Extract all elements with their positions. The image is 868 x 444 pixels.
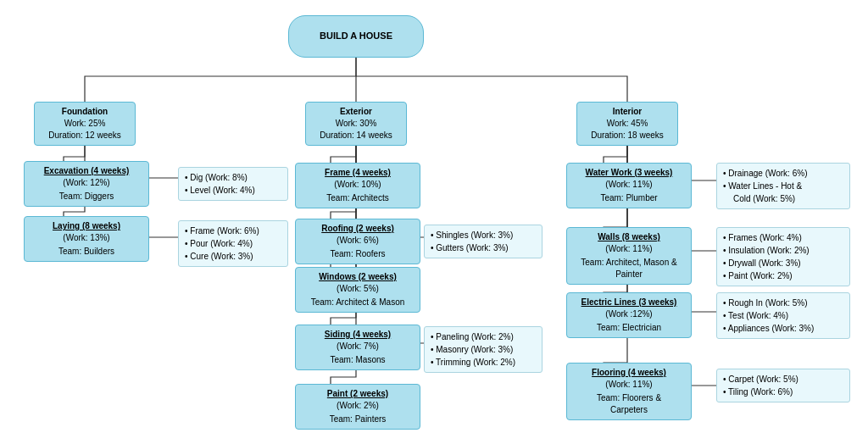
excavation-team: Team: Diggers bbox=[30, 191, 143, 203]
electric-detail: Rough In (Work: 5%) Test (Work: 4%) Appl… bbox=[716, 292, 850, 339]
roofing-node: Roofing (2 weeks) (Work: 6%) Team: Roofe… bbox=[295, 219, 420, 264]
frame-node: Frame (4 weeks) (Work: 10%) Team: Archit… bbox=[295, 163, 420, 208]
electric-title: Electric Lines (3 weeks) bbox=[572, 297, 686, 308]
flooring-title: Flooring (4 weeks) bbox=[572, 367, 686, 379]
roof-detail-2: Gutters (Work: 3%) bbox=[431, 241, 536, 254]
walls-team: Team: Architect, Mason & bbox=[572, 257, 686, 269]
flooring-detail: Carpet (Work: 5%) Tiling (Work: 6%) bbox=[716, 369, 850, 402]
waterwork-node: Water Work (3 weeks) (Work: 11%) Team: P… bbox=[566, 163, 692, 208]
laying-team: Team: Builders bbox=[30, 246, 143, 258]
wall-detail-4: Paint (Work: 2%) bbox=[723, 269, 843, 282]
water-detail-2b: Cold (Work: 5%) bbox=[723, 192, 843, 205]
sid-detail-3: Trimming (Work: 2%) bbox=[431, 356, 536, 369]
foundation-node: Foundation Work: 25% Duration: 12 weeks bbox=[34, 102, 136, 146]
root-label: BUILD A HOUSE bbox=[320, 30, 392, 42]
excavation-node: Excavation (4 weeks) (Work: 12%) Team: D… bbox=[24, 161, 149, 207]
electric-node: Electric Lines (3 weeks) (Work :12%) Tea… bbox=[566, 292, 692, 338]
siding-detail: Paneling (Work: 2%) Masonry (Work: 3%) T… bbox=[424, 326, 542, 373]
lay-detail-2: Pour (Work: 4%) bbox=[185, 237, 281, 250]
walls-work: (Work: 11%) bbox=[572, 243, 686, 255]
floor-detail-2: Tiling (Work: 6%) bbox=[723, 386, 843, 398]
frame-team: Team: Architects bbox=[301, 192, 415, 204]
paint-title: Paint (2 weeks) bbox=[301, 388, 415, 400]
elec-detail-3: Appliances (Work: 3%) bbox=[723, 322, 843, 335]
elec-detail-2: Test (Work: 4%) bbox=[723, 309, 843, 322]
laying-detail: Frame (Work: 6%) Pour (Work: 4%) Cure (W… bbox=[178, 220, 288, 267]
lay-detail-3: Cure (Work: 3%) bbox=[185, 250, 281, 263]
windows-title: Windows (2 weeks) bbox=[301, 271, 415, 283]
excavation-work: (Work: 12%) bbox=[30, 177, 143, 189]
elec-detail-1: Rough In (Work: 5%) bbox=[723, 297, 843, 309]
excavation-title: Excavation (4 weeks) bbox=[30, 165, 143, 177]
exterior-node: Exterior Work: 30% Duration: 14 weeks bbox=[305, 102, 407, 146]
windows-work: (Work: 5%) bbox=[301, 283, 415, 295]
sid-detail-2: Masonry (Work: 3%) bbox=[431, 343, 536, 356]
diagram: BUILD A HOUSE Foundation Work: 25% Durat… bbox=[0, 0, 868, 444]
electric-work: (Work :12%) bbox=[572, 308, 686, 320]
interior-node: Interior Work: 45% Duration: 18 weeks bbox=[576, 102, 678, 146]
roof-detail-1: Shingles (Work: 3%) bbox=[431, 229, 536, 241]
foundation-line3: Duration: 12 weeks bbox=[40, 130, 130, 142]
exc-detail-1: Dig (Work: 8%) bbox=[185, 171, 281, 184]
flooring-team: Team: Floorers & bbox=[572, 392, 686, 404]
exc-detail-2: Level (Work: 4%) bbox=[185, 184, 281, 197]
flooring-node: Flooring (4 weeks) (Work: 11%) Team: Flo… bbox=[566, 363, 692, 420]
wall-detail-2: Insulation (Work: 2%) bbox=[723, 244, 843, 257]
siding-team: Team: Masons bbox=[301, 354, 415, 366]
foundation-line2: Work: 25% bbox=[40, 118, 130, 130]
lay-detail-1: Frame (Work: 6%) bbox=[185, 225, 281, 237]
laying-node: Laying (8 weeks) (Work: 13%) Team: Build… bbox=[24, 216, 149, 262]
exterior-line2: Work: 30% bbox=[311, 118, 401, 130]
flooring-team2: Carpeters bbox=[572, 404, 686, 416]
interior-line1: Interior bbox=[582, 106, 672, 118]
roofing-work: (Work: 6%) bbox=[301, 235, 415, 247]
interior-line2: Work: 45% bbox=[582, 118, 672, 130]
exterior-line1: Exterior bbox=[311, 106, 401, 118]
waterwork-title: Water Work (3 weeks) bbox=[572, 167, 686, 179]
roofing-title: Roofing (2 weeks) bbox=[301, 223, 415, 235]
walls-title: Walls (8 weeks) bbox=[572, 231, 686, 243]
wall-detail-3: Drywall (Work: 3%) bbox=[723, 257, 843, 269]
electric-team: Team: Electrician bbox=[572, 322, 686, 334]
excavation-detail: Dig (Work: 8%) Level (Work: 4%) bbox=[178, 167, 288, 201]
windows-node: Windows (2 weeks) (Work: 5%) Team: Archi… bbox=[295, 267, 420, 313]
flooring-work: (Work: 11%) bbox=[572, 379, 686, 391]
exterior-line3: Duration: 14 weeks bbox=[311, 130, 401, 142]
walls-team2: Painter bbox=[572, 269, 686, 280]
siding-work: (Work: 7%) bbox=[301, 341, 415, 352]
wall-detail-1: Frames (Work: 4%) bbox=[723, 231, 843, 244]
sid-detail-1: Paneling (Work: 2%) bbox=[431, 330, 536, 343]
interior-line3: Duration: 18 weeks bbox=[582, 130, 672, 142]
laying-title: Laying (8 weeks) bbox=[30, 220, 143, 232]
laying-work: (Work: 13%) bbox=[30, 232, 143, 244]
frame-work: (Work: 10%) bbox=[301, 179, 415, 191]
walls-detail: Frames (Work: 4%) Insulation (Work: 2%) … bbox=[716, 227, 850, 286]
waterwork-team: Team: Plumber bbox=[572, 192, 686, 204]
waterwork-work: (Work: 11%) bbox=[572, 179, 686, 191]
water-detail-2: Water Lines - Hot & bbox=[723, 180, 843, 192]
water-detail-1: Drainage (Work: 6%) bbox=[723, 167, 843, 180]
roofing-detail: Shingles (Work: 3%) Gutters (Work: 3%) bbox=[424, 225, 542, 258]
walls-node: Walls (8 weeks) (Work: 11%) Team: Archit… bbox=[566, 227, 692, 285]
frame-title: Frame (4 weeks) bbox=[301, 167, 415, 179]
paint-work: (Work: 2%) bbox=[301, 400, 415, 412]
paint-node: Paint (2 weeks) (Work: 2%) Team: Painter… bbox=[295, 384, 420, 430]
siding-node: Siding (4 weeks) (Work: 7%) Team: Masons bbox=[295, 325, 420, 370]
foundation-line1: Foundation bbox=[40, 106, 130, 118]
roofing-team: Team: Roofers bbox=[301, 248, 415, 260]
root-node: BUILD A HOUSE bbox=[288, 15, 424, 58]
waterwork-detail: Drainage (Work: 6%) Water Lines - Hot & … bbox=[716, 163, 850, 209]
siding-title: Siding (4 weeks) bbox=[301, 329, 415, 341]
windows-team: Team: Architect & Mason bbox=[301, 297, 415, 308]
paint-team: Team: Painters bbox=[301, 413, 415, 425]
floor-detail-1: Carpet (Work: 5%) bbox=[723, 373, 843, 386]
